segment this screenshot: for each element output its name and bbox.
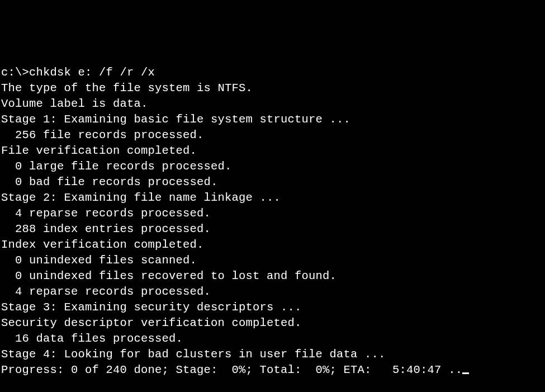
progress-line: Progress: 0 of 240 done; Stage: 0%; Tota… — [1, 362, 544, 378]
output-line: 0 unindexed files scanned. — [1, 253, 544, 268]
stage1-header: Stage 1: Examining basic file system str… — [1, 112, 544, 127]
terminal-window[interactable]: c:\>chkdsk e: /f /r /xThe type of the fi… — [1, 65, 544, 378]
command-text: chkdsk e: /f /r /x — [29, 66, 155, 79]
output-line: Security descriptor verification complet… — [1, 315, 544, 331]
output-line: The type of the file system is NTFS. — [1, 81, 544, 96]
output-line: 256 file records processed. — [1, 127, 544, 143]
command-line: c:\>chkdsk e: /f /r /x — [1, 65, 544, 81]
cursor-icon — [462, 372, 469, 374]
output-line: 4 reparse records processed. — [1, 284, 544, 300]
stage2-header: Stage 2: Examining file name linkage ... — [1, 190, 544, 206]
output-line: File verification completed. — [1, 143, 544, 159]
output-line: 288 index entries processed. — [1, 221, 544, 237]
output-line: 16 data files processed. — [1, 331, 544, 347]
progress-text: Progress: 0 of 240 done; Stage: 0%; Tota… — [1, 363, 462, 376]
output-line: Index verification completed. — [1, 237, 544, 253]
output-line: 4 reparse records processed. — [1, 206, 544, 221]
stage4-header: Stage 4: Looking for bad clusters in use… — [1, 347, 544, 362]
output-line: Volume label is data. — [1, 96, 544, 112]
prompt-text: c:\> — [1, 66, 29, 79]
output-line: 0 unindexed files recovered to lost and … — [1, 268, 544, 284]
output-line: 0 bad file records processed. — [1, 174, 544, 190]
stage3-header: Stage 3: Examining security descriptors … — [1, 300, 544, 315]
output-line: 0 large file records processed. — [1, 159, 544, 174]
